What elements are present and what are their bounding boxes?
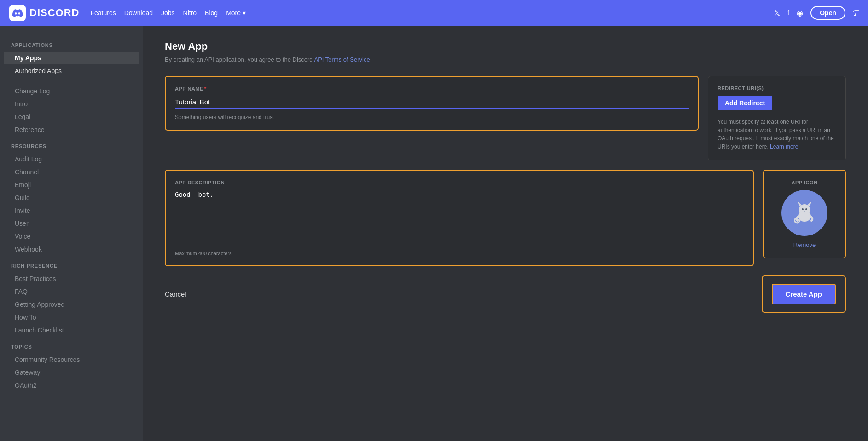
app-icon-section: APP ICON <box>763 170 846 258</box>
page-title: New App <box>165 40 846 52</box>
app-icon-label: APP ICON <box>792 180 818 185</box>
required-star: * <box>204 86 207 92</box>
svg-point-7 <box>804 211 805 212</box>
create-app-button[interactable]: Create App <box>772 284 836 304</box>
remove-icon-link[interactable]: Remove <box>793 241 816 248</box>
nav-more[interactable]: More ▾ <box>226 9 246 17</box>
sidebar-item-faq[interactable]: FAQ <box>4 285 139 298</box>
app-name-hint: Something users will recognize and trust <box>175 114 689 120</box>
nav-links: Features Download Jobs Nitro Blog More ▾ <box>90 9 774 17</box>
instagram-icon[interactable]: ◉ <box>797 9 803 17</box>
sidebar: APPLICATIONS My Apps Authorized Apps Cha… <box>0 26 143 441</box>
app-description-textarea[interactable]: Good bot. <box>175 190 744 245</box>
sidebar-item-webhook[interactable]: Webhook <box>4 243 139 256</box>
sidebar-item-audit-log[interactable]: Audit Log <box>4 153 139 166</box>
nav-features[interactable]: Features <box>90 9 116 17</box>
translate-icon[interactable]: 𝓣 <box>853 8 859 18</box>
redirect-uris-label: REDIRECT URI(S) <box>718 86 836 91</box>
desc-icon-row: APP DESCRIPTION Good bot. Maximum 400 ch… <box>165 170 846 266</box>
svg-point-2 <box>799 204 810 215</box>
sidebar-item-voice[interactable]: Voice <box>4 230 139 243</box>
sidebar-item-invite[interactable]: Invite <box>4 204 139 217</box>
rich-presence-section-label: RICH PRESENCE <box>0 256 143 272</box>
open-button[interactable]: Open <box>810 6 845 20</box>
twitter-icon[interactable]: 𝕏 <box>774 9 780 17</box>
nav-blog[interactable]: Blog <box>205 9 218 17</box>
sidebar-item-my-apps[interactable]: My Apps <box>4 52 139 64</box>
sidebar-item-guild[interactable]: Guild <box>4 191 139 204</box>
page-subtitle: By creating an API application, you agre… <box>165 56 846 63</box>
sidebar-item-change-log[interactable]: Change Log <box>4 85 139 97</box>
sidebar-item-gateway[interactable]: Gateway <box>4 366 139 379</box>
sidebar-item-oauth2[interactable]: OAuth2 <box>4 379 139 392</box>
create-app-highlight: Create App <box>762 275 846 313</box>
sidebar-item-getting-approved[interactable]: Getting Approved <box>4 298 139 311</box>
logo[interactable]: DISCORD <box>9 5 79 21</box>
app-name-input[interactable] <box>175 96 689 109</box>
applications-section-label: APPLICATIONS <box>0 35 143 52</box>
top-navigation: DISCORD Features Download Jobs Nitro Blo… <box>0 0 868 26</box>
main-content: New App By creating an API application, … <box>143 26 868 441</box>
terms-of-service-link[interactable]: API Terms of Service <box>314 56 370 63</box>
app-icon-svg <box>788 197 821 229</box>
sidebar-item-emoji[interactable]: Emoji <box>4 178 139 191</box>
add-redirect-button[interactable]: Add Redirect <box>718 96 772 110</box>
app-name-section: APP NAME* Something users will recognize… <box>165 76 699 131</box>
sidebar-item-community-resources[interactable]: Community Resources <box>4 353 139 366</box>
sidebar-item-user[interactable]: User <box>4 217 139 230</box>
discord-logo-icon <box>9 5 26 21</box>
discord-logo-text: DISCORD <box>29 7 79 19</box>
facebook-icon[interactable]: f <box>787 9 789 17</box>
app-name-label: APP NAME* <box>175 86 689 92</box>
svg-point-5 <box>802 208 804 210</box>
nav-right: 𝕏 f ◉ Open 𝓣 <box>774 6 859 20</box>
resources-section-label: RESOURCES <box>0 136 143 153</box>
sidebar-item-intro[interactable]: Intro <box>4 97 139 110</box>
nav-jobs[interactable]: Jobs <box>161 9 175 17</box>
description-max-chars: Maximum 400 characters <box>175 251 744 256</box>
app-description-label: APP DESCRIPTION <box>175 180 744 185</box>
sidebar-item-launch-checklist[interactable]: Launch Checklist <box>4 324 139 337</box>
sidebar-item-how-to[interactable]: How To <box>4 311 139 324</box>
cancel-button[interactable]: Cancel <box>165 290 186 298</box>
nav-download[interactable]: Download <box>124 9 153 17</box>
sidebar-item-reference[interactable]: Reference <box>4 123 139 136</box>
app-description-section: APP DESCRIPTION Good bot. Maximum 400 ch… <box>165 170 754 266</box>
name-redirect-row: APP NAME* Something users will recognize… <box>165 76 846 160</box>
redirect-note: You must specify at least one URI for au… <box>718 118 836 151</box>
form-actions: Cancel Create App <box>165 275 846 313</box>
app-icon-placeholder <box>781 190 827 236</box>
sidebar-item-channel[interactable]: Channel <box>4 166 139 178</box>
sidebar-item-authorized-apps[interactable]: Authorized Apps <box>4 64 139 77</box>
page-wrapper: APPLICATIONS My Apps Authorized Apps Cha… <box>0 26 868 441</box>
svg-point-6 <box>805 208 807 210</box>
learn-more-link[interactable]: Learn more <box>770 143 798 150</box>
topics-section-label: TOPICS <box>0 337 143 353</box>
nav-nitro[interactable]: Nitro <box>183 9 197 17</box>
sidebar-item-best-practices[interactable]: Best Practices <box>4 272 139 285</box>
redirect-uri-section: REDIRECT URI(S) Add Redirect You must sp… <box>708 76 846 160</box>
sidebar-item-legal[interactable]: Legal <box>4 110 139 123</box>
